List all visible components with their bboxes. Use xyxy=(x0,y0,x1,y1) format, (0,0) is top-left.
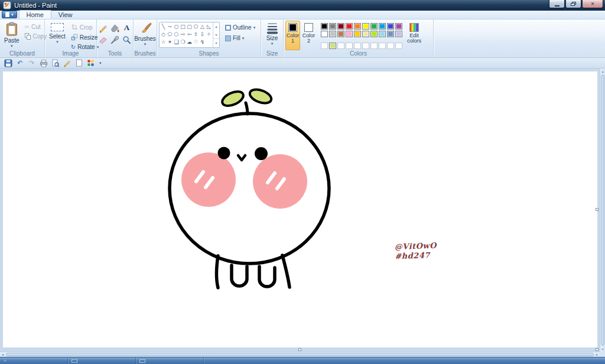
color-swatch[interactable] xyxy=(354,31,361,37)
paste-button[interactable]: Paste ▾ xyxy=(2,21,22,50)
shape-diamond[interactable]: ◇ xyxy=(160,31,167,38)
pencil-quick-button[interactable] xyxy=(61,58,73,68)
shape-six-point-star[interactable]: ✶ xyxy=(167,38,173,46)
shape-five-point-star[interactable]: ☆ xyxy=(160,38,167,46)
restore-button[interactable] xyxy=(565,0,581,8)
tab-view[interactable]: View xyxy=(51,10,80,19)
shape-oval-callout[interactable]: ❍ xyxy=(180,38,186,46)
empty-color-swatch[interactable] xyxy=(362,43,369,49)
canvas-resize-handle-right[interactable] xyxy=(596,208,599,211)
shape-rounded-callout[interactable]: ❑ xyxy=(173,38,180,46)
color-swatch[interactable] xyxy=(321,23,328,30)
color2-button[interactable]: Color 2 xyxy=(301,21,316,50)
shape-oval[interactable]: ○ xyxy=(173,23,180,31)
new-document-quick-button[interactable] xyxy=(73,58,84,68)
scroll-right-arrow[interactable]: ► xyxy=(594,352,600,357)
shape-left-arrow[interactable]: ⇦ xyxy=(186,31,193,38)
color-swatch[interactable] xyxy=(387,31,394,37)
horizontal-scroll-thumb[interactable] xyxy=(6,353,594,356)
minimize-button[interactable] xyxy=(549,0,565,8)
shape-right-triangle[interactable]: ◺ xyxy=(206,23,212,31)
shape-four-point-star[interactable]: ✧ xyxy=(206,31,212,38)
shape-down-arrow[interactable]: ⇩ xyxy=(199,31,206,38)
print-preview-button[interactable] xyxy=(50,58,61,68)
shape-lightning[interactable]: ↯ xyxy=(199,38,206,46)
color-swatch[interactable] xyxy=(346,31,353,37)
shape-fill-dropdown[interactable]: Fill ▾ xyxy=(223,34,258,43)
pencil-tool-button[interactable] xyxy=(98,22,109,33)
color-swatch[interactable] xyxy=(395,23,402,30)
empty-color-swatch[interactable] xyxy=(346,43,353,49)
save-button[interactable] xyxy=(2,58,14,68)
empty-color-swatch[interactable] xyxy=(337,43,344,49)
shapes-expand-button[interactable]: ▼ xyxy=(213,38,219,47)
canvas-resize-handle-corner[interactable] xyxy=(596,348,599,351)
redo-button[interactable]: ↷ xyxy=(26,58,37,68)
empty-color-swatch[interactable] xyxy=(387,43,394,49)
shape-heart[interactable]: ♡ xyxy=(193,38,199,46)
empty-color-swatch[interactable] xyxy=(379,43,386,49)
empty-color-swatch[interactable] xyxy=(354,43,361,49)
color-swatch[interactable] xyxy=(329,43,336,49)
select-button[interactable]: Select ▾ xyxy=(47,21,68,50)
scroll-down-arrow[interactable]: ▼ xyxy=(600,346,605,352)
color-swatch[interactable] xyxy=(379,23,386,30)
canvas-resize-handle-bottom[interactable] xyxy=(298,348,301,351)
horizontal-scrollbar[interactable]: ◄ ► xyxy=(0,352,600,357)
shape-rounded-rectangle[interactable]: ▢ xyxy=(186,23,193,31)
color-swatch[interactable] xyxy=(337,31,344,37)
color-swatch[interactable] xyxy=(346,23,353,30)
color-swatch[interactable] xyxy=(379,31,386,37)
shape-polygon[interactable]: ⬠ xyxy=(193,23,199,31)
shape-right-arrow[interactable]: ⇨ xyxy=(180,31,186,38)
empty-color-swatch[interactable] xyxy=(395,43,402,49)
shape-pentagon[interactable]: ⬠ xyxy=(167,31,173,38)
shape-cloud-callout[interactable]: ☁ xyxy=(186,38,193,46)
colors-quick-button[interactable] xyxy=(85,58,96,68)
fill-with-color-tool-button[interactable] xyxy=(110,22,121,33)
text-tool-button[interactable]: A xyxy=(122,22,132,33)
magnifier-tool-button[interactable] xyxy=(122,34,132,45)
shape-hexagon[interactable]: ⬡ xyxy=(173,31,180,38)
shapes-scroll-up-button[interactable]: ▲ xyxy=(213,22,219,31)
drawing-canvas[interactable]: @VitOwO #hd247 xyxy=(3,72,597,347)
shape-rectangle[interactable]: □ xyxy=(180,23,186,31)
customize-quick-access-toolbar-button[interactable]: ▾ xyxy=(97,61,104,66)
undo-button[interactable]: ↶ xyxy=(14,58,25,68)
color-swatch[interactable] xyxy=(370,31,378,37)
color-swatch[interactable] xyxy=(329,31,336,37)
shape-triangle[interactable]: △ xyxy=(199,23,206,31)
eraser-tool-button[interactable] xyxy=(98,34,109,45)
size-button[interactable]: Size ▾ xyxy=(264,21,281,50)
vertical-scrollbar[interactable]: ▲ ▼ xyxy=(600,69,605,352)
empty-color-swatch[interactable] xyxy=(321,43,328,49)
crop-button[interactable]: Crop xyxy=(69,22,100,32)
application-menu-button[interactable]: ▾ xyxy=(2,11,17,18)
shape-up-arrow[interactable]: ⇧ xyxy=(193,31,199,38)
tab-home[interactable]: Home xyxy=(19,10,51,19)
resize-button[interactable]: Resize xyxy=(69,32,100,42)
empty-color-swatch[interactable] xyxy=(370,43,378,49)
color-swatch[interactable] xyxy=(387,23,394,30)
shape-curve[interactable]: ~ xyxy=(167,23,173,31)
color-swatch[interactable] xyxy=(337,23,344,30)
color-swatch[interactable] xyxy=(370,23,378,30)
vertical-scroll-thumb[interactable] xyxy=(601,74,604,346)
color-swatch[interactable] xyxy=(354,23,361,30)
scroll-left-arrow[interactable]: ◄ xyxy=(0,352,5,357)
color-swatch[interactable] xyxy=(329,23,336,30)
color-swatch[interactable] xyxy=(395,31,402,37)
close-button[interactable]: × xyxy=(582,0,603,8)
shape-line[interactable]: ╲ xyxy=(160,23,167,31)
color1-button[interactable]: Color 1 xyxy=(285,21,300,50)
scroll-up-arrow[interactable]: ▲ xyxy=(600,69,605,74)
color-picker-tool-button[interactable] xyxy=(110,34,121,45)
brushes-button[interactable]: Brushes ▾ xyxy=(132,21,158,50)
print-button[interactable] xyxy=(38,58,49,68)
shape-outline-dropdown[interactable]: Outline ▾ xyxy=(223,23,258,32)
color-swatch[interactable] xyxy=(362,23,369,30)
color-swatch[interactable] xyxy=(321,31,328,37)
edit-colors-button[interactable]: Edit colors xyxy=(405,21,423,50)
color-swatch[interactable] xyxy=(362,31,369,37)
shapes-scroll-down-button[interactable]: ▼ xyxy=(213,31,219,39)
